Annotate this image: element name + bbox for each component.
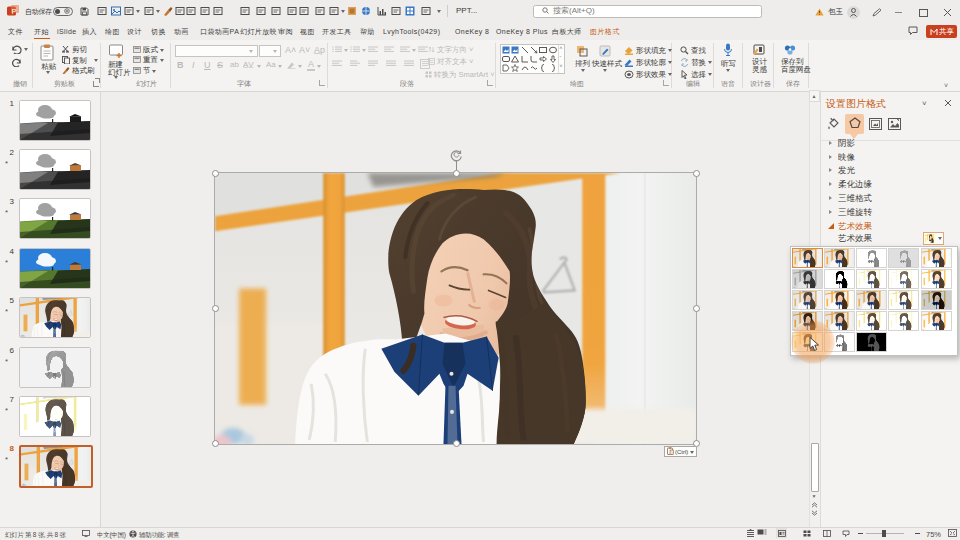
svg-text:P: P [12, 7, 17, 16]
